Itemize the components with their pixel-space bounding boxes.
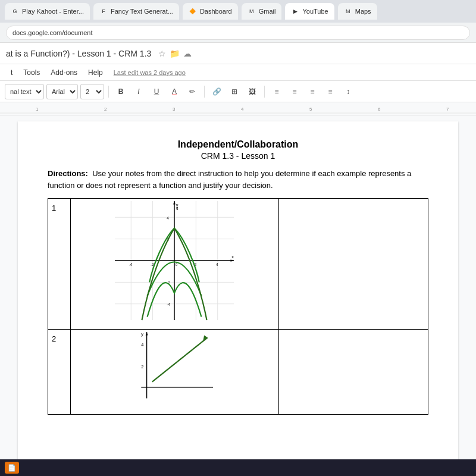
menu-file[interactable]: t (6, 67, 17, 79)
menu-tools[interactable]: Tools (18, 67, 45, 79)
toolbar-divider-2 (204, 86, 205, 98)
svg-text:4: 4 (241, 107, 244, 112)
address-input[interactable]: docs.google.com/document (6, 26, 470, 40)
toolbar-divider-1 (108, 86, 109, 98)
taskbar-docs-icon[interactable]: 📄 (5, 462, 19, 474)
svg-rect-0 (0, 102, 476, 115)
cloud-icon[interactable]: ☁ (183, 49, 192, 58)
tab-youtube[interactable]: ▶ YouTube (285, 3, 334, 20)
docs-title-bar: at is a Function?) - Lesson 1 - CRM 1.3 … (0, 43, 476, 64)
svg-text:3: 3 (173, 107, 176, 112)
table-row: 2 (48, 330, 428, 415)
answer-cell-2[interactable] (279, 330, 428, 415)
italic-button[interactable]: I (131, 84, 146, 99)
font-color-button[interactable]: A (167, 84, 182, 99)
folder-icon[interactable]: 📁 (170, 49, 180, 58)
table-row: 1 (48, 199, 428, 330)
star-icon[interactable]: ☆ (158, 49, 166, 58)
svg-text:-4: -4 (167, 302, 171, 306)
directions-label: Directions: (48, 169, 88, 178)
highlight-button[interactable]: ✏ (184, 84, 200, 99)
svg-text:4: 4 (167, 216, 170, 220)
tab-youtube-label: YouTube (302, 8, 328, 15)
svg-text:7: 7 (446, 107, 449, 112)
parabola-graph-svg: x y 4 -4 -2 0 2 4 4 2 -2 (103, 201, 246, 320)
align-justify-button[interactable]: ≡ (322, 84, 338, 99)
tab-gmail-label: Gmail (259, 8, 276, 15)
tab-maps[interactable]: M Maps (338, 3, 377, 20)
tab-dashboard[interactable]: 🔶 Dashboard (183, 3, 238, 20)
comment-button[interactable]: 🖼 (245, 84, 260, 99)
svg-text:-4: -4 (129, 262, 133, 267)
toolbar-divider-3 (264, 86, 265, 98)
svg-text:x: x (232, 254, 234, 259)
svg-text:6: 6 (378, 107, 381, 112)
row-number-2: 2 (48, 330, 71, 415)
align-center-button[interactable]: ≡ (287, 84, 302, 99)
docs-title-icons: ☆ 📁 ☁ (158, 49, 192, 58)
problems-table: 1 (48, 198, 428, 415)
tab-maps-label: Maps (355, 8, 371, 15)
align-left-button[interactable]: ≡ (269, 84, 284, 99)
link-button[interactable]: 🔗 (209, 84, 224, 99)
paragraph-style-select[interactable]: nal text (5, 84, 44, 99)
svg-rect-36 (136, 332, 213, 409)
tab-kahoot-label: Play Kahoot - Enter... (22, 8, 84, 15)
doc-area: Independent/Collaboration CRM 1.3 - Less… (0, 115, 476, 476)
tab-fancy[interactable]: F Fancy Text Generat... (93, 3, 179, 20)
taskbar: 📄 (0, 459, 476, 476)
answer-cell-1[interactable] (279, 199, 428, 330)
svg-text:4: 4 (216, 262, 218, 267)
tab-bar: G Play Kahoot - Enter... F Fancy Text Ge… (0, 0, 476, 23)
svg-text:y: y (142, 331, 144, 337)
image-button[interactable]: ⊞ (227, 84, 242, 99)
gmail-favicon: M (248, 7, 256, 15)
ruler-svg: 1 2 3 4 5 6 7 (0, 102, 476, 115)
svg-text:1: 1 (36, 107, 39, 112)
svg-text:5: 5 (309, 107, 312, 112)
kahoot-favicon: G (11, 7, 19, 15)
svg-text:4: 4 (176, 206, 178, 211)
graph-cell-2: y 4 2 (70, 330, 279, 415)
fancy-favicon: F (99, 7, 108, 15)
directions-body: Use your notes from the direct instructi… (48, 169, 411, 190)
underline-button[interactable]: U (149, 84, 164, 99)
youtube-favicon: ▶ (291, 7, 299, 15)
tab-gmail[interactable]: M Gmail (242, 3, 282, 20)
docs-title: at is a Function?) - Lesson 1 - CRM 1.3 (6, 49, 151, 58)
font-select[interactable]: Arial (46, 84, 78, 99)
doc-page: Independent/Collaboration CRM 1.3 - Less… (18, 121, 458, 476)
svg-text:2: 2 (104, 107, 107, 112)
svg-text:2: 2 (142, 364, 144, 369)
tab-dashboard-label: Dashboard (200, 8, 232, 15)
bold-button[interactable]: B (113, 84, 129, 99)
dashboard-favicon: 🔶 (189, 7, 197, 15)
row-number-1: 1 (48, 199, 71, 330)
ray-graph-svg: y 4 2 (103, 332, 246, 409)
last-edit-text: Last edit was 2 days ago (114, 69, 186, 76)
font-size-select[interactable]: 2 (80, 84, 104, 99)
doc-subtitle: CRM 1.3 - Lesson 1 (48, 151, 428, 161)
ruler: 1 2 3 4 5 6 7 (0, 102, 476, 115)
address-text: docs.google.com/document (12, 29, 93, 36)
doc-main-title: Independent/Collaboration (48, 139, 428, 150)
menu-addons[interactable]: Add-ons (46, 67, 82, 79)
docs-menu-bar: t Tools Add-ons Help Last edit was 2 day… (0, 64, 476, 81)
doc-directions: Directions: Use your notes from the dire… (48, 168, 428, 191)
menu-help[interactable]: Help (83, 67, 108, 79)
address-bar: docs.google.com/document (0, 23, 476, 43)
tab-fancy-label: Fancy Text Generat... (111, 8, 173, 15)
maps-favicon: M (344, 7, 352, 15)
tab-kahoot[interactable]: G Play Kahoot - Enter... (5, 3, 90, 20)
svg-text:4: 4 (142, 342, 144, 347)
toolbar: nal text Arial 2 B I U A ✏ 🔗 ⊞ 🖼 ≡ ≡ ≡ ≡… (0, 81, 476, 102)
align-right-button[interactable]: ≡ (305, 84, 320, 99)
graph-cell-1: x y 4 -4 -2 0 2 4 4 2 -2 (70, 199, 279, 330)
line-spacing-button[interactable]: ↕ (340, 84, 356, 99)
